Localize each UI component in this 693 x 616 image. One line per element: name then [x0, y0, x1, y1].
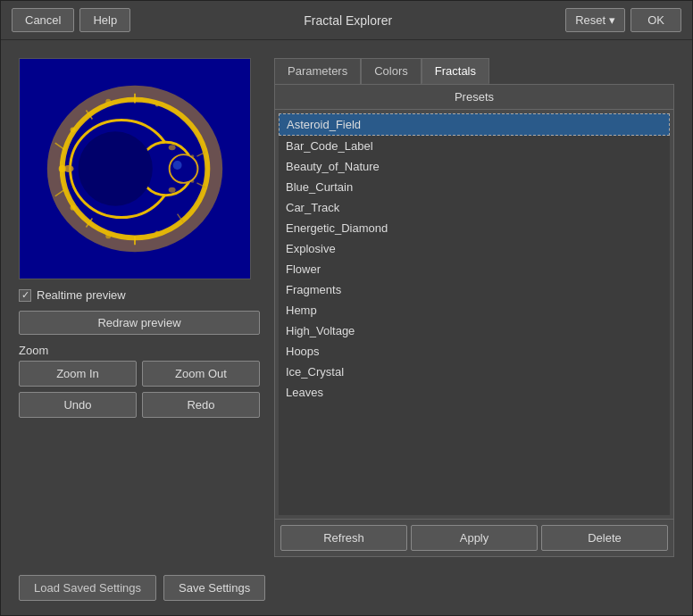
- titlebar-right-buttons: Reset ▾ OK: [565, 8, 681, 32]
- refresh-button[interactable]: Refresh: [280, 525, 407, 551]
- bottom-bar: Load Saved Settings Save Settings: [1, 566, 692, 615]
- undo-button[interactable]: Undo: [19, 392, 137, 418]
- tab-content-fractals: Presets Asteroid_FieldBar_Code_LabelBeau…: [274, 84, 674, 557]
- svg-point-5: [170, 154, 198, 183]
- svg-point-15: [105, 233, 111, 238]
- list-item[interactable]: Bar_Code_Label: [279, 136, 670, 156]
- load-settings-button[interactable]: Load Saved Settings: [19, 575, 156, 601]
- delete-button[interactable]: Delete: [541, 525, 668, 551]
- window-title: Fractal Explorer: [138, 13, 558, 28]
- apply-button[interactable]: Apply: [411, 525, 538, 551]
- list-item[interactable]: Flower: [279, 259, 670, 279]
- list-item[interactable]: Leaves: [279, 382, 670, 403]
- titlebar-left-buttons: Cancel Help: [12, 8, 130, 32]
- tabs-row: Parameters Colors Fractals: [274, 58, 674, 84]
- tab-parameters[interactable]: Parameters: [274, 58, 361, 84]
- presets-heading: Presets: [275, 85, 673, 110]
- svg-point-17: [190, 154, 194, 158]
- redo-button[interactable]: Redo: [142, 392, 260, 418]
- svg-point-18: [190, 179, 194, 183]
- svg-point-6: [79, 131, 153, 205]
- svg-point-9: [169, 187, 176, 193]
- zoom-section: Zoom Zoom In Zoom Out Undo Redo: [19, 344, 260, 418]
- tab-colors[interactable]: Colors: [361, 58, 422, 84]
- svg-point-16: [155, 230, 159, 234]
- svg-point-8: [169, 145, 176, 150]
- redraw-preview-button[interactable]: Redraw preview: [19, 311, 260, 335]
- list-item[interactable]: Asteroid_Field: [279, 113, 670, 136]
- fractal-preview: [19, 58, 251, 279]
- realtime-preview-row: Realtime preview: [19, 288, 260, 302]
- list-item[interactable]: Blue_Curtain: [279, 177, 670, 197]
- cancel-button[interactable]: Cancel: [12, 8, 74, 32]
- realtime-preview-label: Realtime preview: [37, 288, 126, 302]
- svg-point-13: [105, 99, 111, 104]
- titlebar: Cancel Help Fractal Explorer Reset ▾ OK: [1, 1, 692, 40]
- zoom-out-button[interactable]: Zoom Out: [142, 361, 260, 387]
- list-item[interactable]: Energetic_Diamond: [279, 218, 670, 238]
- list-item[interactable]: Car_Track: [279, 197, 670, 218]
- list-item[interactable]: Hemp: [279, 300, 670, 320]
- preset-actions: Refresh Apply Delete: [275, 519, 673, 556]
- reset-button[interactable]: Reset ▾: [565, 8, 625, 32]
- svg-point-12: [71, 205, 76, 211]
- save-settings-button[interactable]: Save Settings: [163, 575, 265, 601]
- main-content: Realtime preview Redraw preview Zoom Zoo…: [1, 40, 692, 566]
- presets-list[interactable]: Asteroid_FieldBar_Code_LabelBeauty_of_Na…: [279, 113, 670, 515]
- reset-label: Reset: [575, 13, 605, 27]
- zoom-grid: Zoom In Zoom Out Undo Redo: [19, 361, 260, 418]
- zoom-in-button[interactable]: Zoom In: [19, 361, 137, 387]
- left-panel: Realtime preview Redraw preview Zoom Zoo…: [19, 58, 260, 557]
- list-item[interactable]: High_Voltage: [279, 320, 670, 341]
- list-item[interactable]: Hoops: [279, 341, 670, 362]
- right-panel: Parameters Colors Fractals Presets Aster…: [274, 58, 674, 557]
- help-button[interactable]: Help: [79, 8, 130, 32]
- svg-point-10: [71, 127, 76, 132]
- fractal-explorer-window: Cancel Help Fractal Explorer Reset ▾ OK: [0, 0, 693, 616]
- list-item[interactable]: Beauty_of_Nature: [279, 156, 670, 177]
- svg-point-11: [59, 165, 66, 172]
- zoom-label: Zoom: [19, 344, 260, 357]
- reset-dropdown-icon: ▾: [609, 13, 615, 27]
- list-item[interactable]: Fragments: [279, 279, 670, 300]
- svg-point-14: [155, 104, 159, 107]
- svg-point-19: [173, 161, 182, 170]
- list-item[interactable]: Ice_Crystal: [279, 362, 670, 382]
- fractal-image: [20, 59, 250, 279]
- tab-fractals[interactable]: Fractals: [422, 58, 489, 84]
- list-item[interactable]: Explosive: [279, 238, 670, 259]
- ok-button[interactable]: OK: [630, 8, 681, 32]
- realtime-preview-checkbox[interactable]: [19, 289, 31, 302]
